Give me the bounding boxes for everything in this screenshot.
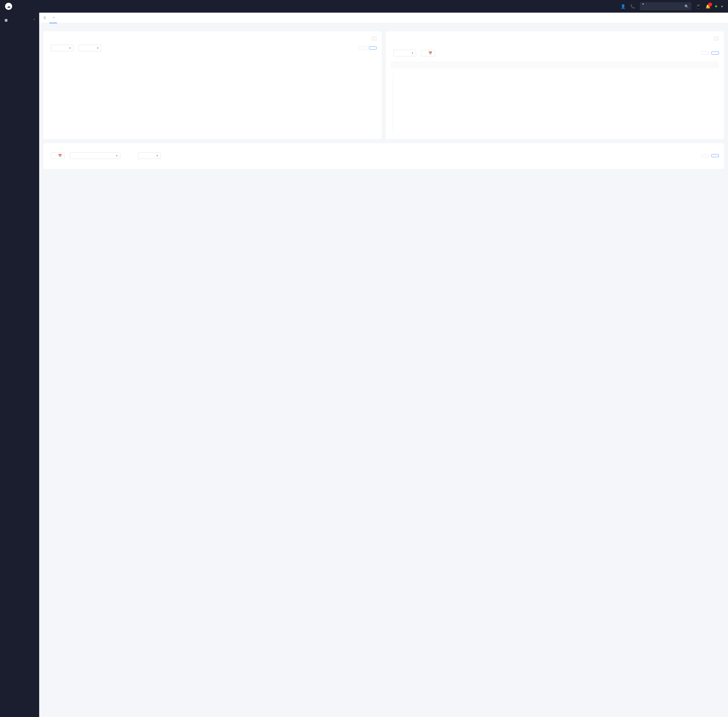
- close-icon[interactable]: ×: [53, 16, 55, 20]
- goal-query-button[interactable]: [369, 46, 377, 49]
- tab-company-board[interactable]: ×: [49, 13, 57, 23]
- goal-reset-button[interactable]: [359, 46, 367, 49]
- goal-panel: ⛶ ▾ ▾: [43, 31, 382, 139]
- ranking-dept-select[interactable]: ▾: [138, 153, 161, 159]
- sidebar: ▦ ⌃: [0, 13, 39, 717]
- comm-panel: ⛶ ▾ 📅: [386, 31, 724, 139]
- ranking-reset-button[interactable]: [701, 154, 709, 157]
- stat-method-select[interactable]: ▾: [70, 153, 120, 159]
- notif-badge: [708, 3, 712, 6]
- status-dot: [715, 5, 717, 7]
- search-box: ▾ 🔍: [640, 2, 691, 11]
- logo: ☁: [5, 3, 16, 10]
- chevron-down-icon: ▾: [721, 5, 723, 8]
- ranking-date-input[interactable]: 📅: [51, 153, 65, 159]
- date-range-input[interactable]: 📅: [421, 50, 435, 56]
- dashboard-icon: ▦: [4, 18, 8, 22]
- comm-query-button[interactable]: [711, 52, 719, 55]
- search-button[interactable]: 🔍: [682, 5, 691, 8]
- user-icon[interactable]: 👤: [621, 4, 626, 9]
- bar-chart: [391, 73, 719, 134]
- sidebar-group-data-board[interactable]: ▦ ⌃: [0, 15, 39, 25]
- ranking-panel: 📅 ▾ ▾: [43, 143, 724, 169]
- hamburger-icon[interactable]: ☰: [43, 16, 46, 20]
- dept-select[interactable]: ▾: [393, 50, 416, 56]
- user-menu[interactable]: ▾: [715, 5, 723, 8]
- top-nav: ☁ 👤 📞 ▾ 🔍 📱 🔔 ▾: [0, 0, 728, 13]
- calendar-icon: 📅: [428, 51, 432, 55]
- logo-icon: ☁: [5, 3, 12, 10]
- tabs-bar: ☰ ×: [39, 13, 728, 23]
- calendar-icon: 📅: [58, 154, 62, 157]
- main-content: ☰ × ⛶ ▾ ▾: [39, 13, 728, 717]
- chevron-up-icon: ⌃: [33, 19, 35, 21]
- search-type-select[interactable]: ▾: [640, 2, 647, 11]
- period-select[interactable]: ▾: [79, 45, 101, 51]
- bell-icon[interactable]: 🔔: [705, 4, 711, 9]
- expand-icon[interactable]: ⛶: [714, 37, 719, 41]
- phone-icon[interactable]: 📞: [630, 4, 635, 9]
- ranking-query-button[interactable]: [711, 154, 719, 157]
- search-input[interactable]: [647, 5, 682, 8]
- expand-icon[interactable]: ⛶: [372, 37, 377, 41]
- target-select[interactable]: ▾: [51, 45, 73, 51]
- mobile-icon[interactable]: 📱: [696, 4, 701, 9]
- comm-reset-button[interactable]: [701, 52, 709, 55]
